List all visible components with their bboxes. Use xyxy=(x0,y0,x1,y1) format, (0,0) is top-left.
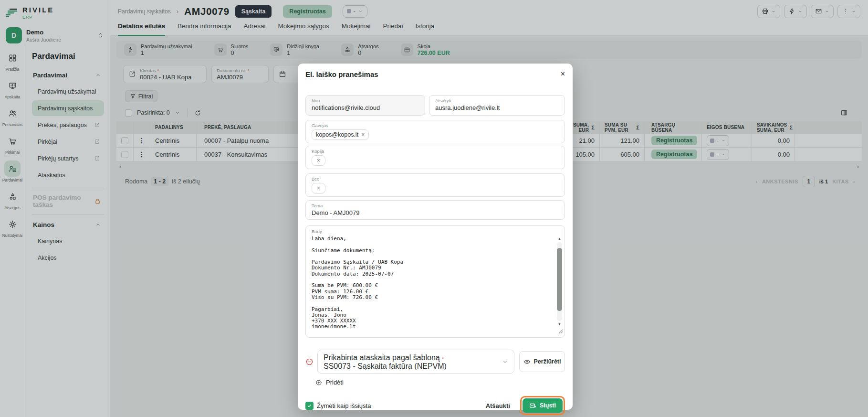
scroll-down-icon[interactable]: ▼ xyxy=(558,322,561,327)
subject-field[interactable]: Tema Demo - AMJ0079 xyxy=(305,200,565,220)
close-icon[interactable]: × xyxy=(561,70,565,78)
email-body-text[interactable]: Laba diena, Siunčiame dokumentą: Pardavi… xyxy=(312,236,550,328)
from-field: Nuo notifications@rivile.cloud xyxy=(305,95,425,116)
recipients-field[interactable]: Gavėjas kopos@kopos.lt × xyxy=(305,120,565,143)
mark-sent-label: Žymėti kaip išsiųsta xyxy=(317,402,371,409)
send-button[interactable]: Siųsti xyxy=(523,398,563,413)
cc-chip: × xyxy=(312,155,325,166)
resize-handle[interactable] xyxy=(558,327,563,336)
preview-button[interactable]: Peržiūrėti xyxy=(519,351,565,372)
attachment-row: Prikabinta ataskaita pagal šabloną * SS0… xyxy=(305,350,565,374)
remove-attachment-icon[interactable] xyxy=(305,358,314,366)
send-mail-icon xyxy=(529,402,536,409)
reply-to-value: ausra.juodiene@rivile.lt xyxy=(435,104,559,111)
subject-value: Demo - AMJ0079 xyxy=(312,209,559,216)
remove-chip-icon[interactable]: × xyxy=(361,131,365,138)
template-select[interactable]: Prikabinta ataskaita pagal šabloną * SS0… xyxy=(317,350,514,374)
bcc-chip: × xyxy=(312,183,325,193)
remove-chip-icon[interactable]: × xyxy=(317,157,320,164)
from-value: notifications@rivile.cloud xyxy=(312,104,419,111)
recipient-chip: kopos@kopos.lt × xyxy=(312,129,369,140)
cc-field[interactable]: Kopija × xyxy=(305,146,565,169)
body-scrollbar[interactable]: ▲ ▼ xyxy=(556,236,563,327)
plus-circle-icon xyxy=(315,379,322,386)
eye-icon xyxy=(523,358,531,365)
bcc-field[interactable]: Bcc × xyxy=(305,173,565,197)
chevron-down-icon xyxy=(502,359,508,365)
scrollbar-track[interactable] xyxy=(557,242,562,321)
template-value: SS0073 - Sąskaita faktūra (NEPVM) xyxy=(324,362,508,371)
email-modal: El. laiško pranešimas × Nuo notification… xyxy=(298,64,573,410)
add-attachment-button[interactable]: Pridėti xyxy=(315,379,565,386)
scrollbar-thumb[interactable] xyxy=(557,248,562,311)
modal-title: El. laiško pranešimas xyxy=(305,70,378,78)
cancel-button[interactable]: Atšaukti xyxy=(486,402,510,409)
remove-chip-icon[interactable]: × xyxy=(317,185,320,192)
scroll-up-icon[interactable]: ▲ xyxy=(558,236,561,241)
reply-to-field[interactable]: Atsakyti ausra.juodiene@rivile.lt xyxy=(429,95,565,116)
mark-sent-checkbox[interactable] xyxy=(305,402,314,410)
send-button-focus-ring: Siųsti xyxy=(520,396,565,415)
body-field[interactable]: Body Laba diena, Siunčiame dokumentą: Pa… xyxy=(305,225,565,338)
modal-footer: Žymėti kaip išsiųsta Atšaukti Siųsti xyxy=(305,396,565,415)
